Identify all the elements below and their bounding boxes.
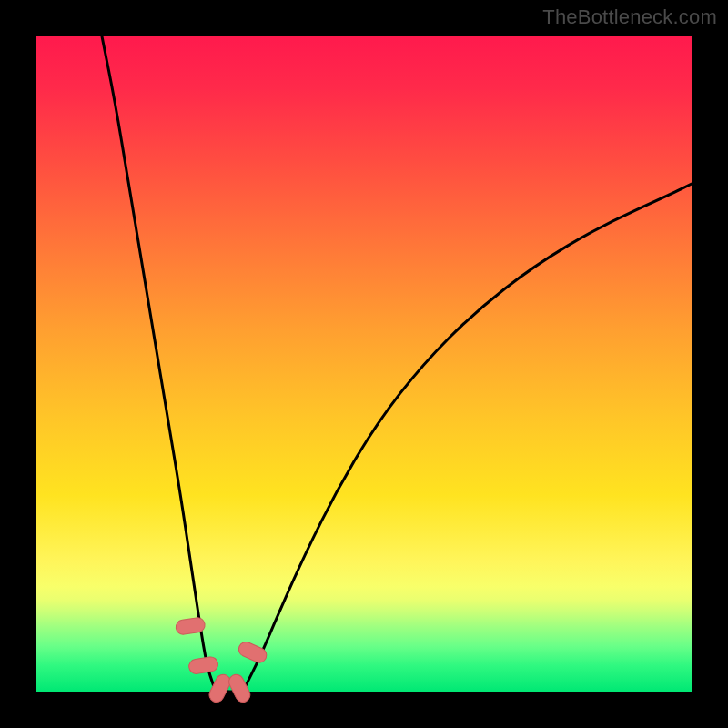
outer-frame: TheBottleneck.com [0,0,728,728]
bottleneck-curve [102,36,692,692]
v-curve-path [102,36,692,692]
valley-markers [175,617,268,705]
plot-area [36,36,692,692]
valley-marker-4 [237,640,269,665]
valley-marker-1 [188,656,219,675]
watermark-text: TheBottleneck.com [542,5,717,29]
curve-layer [36,36,692,692]
